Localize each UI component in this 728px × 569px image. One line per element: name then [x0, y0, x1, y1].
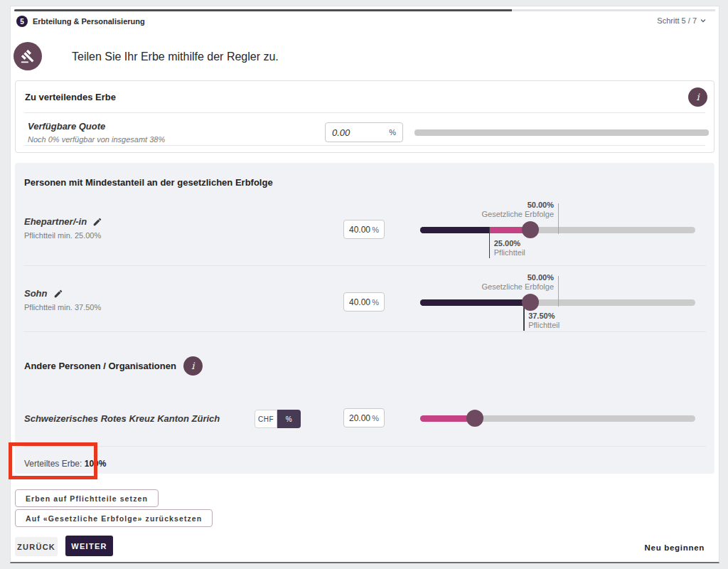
beneficiary-share-value: 20.00 [349, 413, 370, 423]
heir-share-slider: 50.00% Gesetzliche Erbfolge 37.50% Pflic… [420, 299, 695, 306]
step-number-badge: 5 [16, 16, 28, 27]
slider-fill-mandatory [420, 227, 489, 233]
slider-fill-mandatory [420, 299, 523, 306]
edit-pencil-icon[interactable] [92, 217, 102, 227]
heir-name-sohn: Sohn [24, 288, 63, 299]
wizard-card: 5 Erbteilung & Personalisierung Schritt … [10, 6, 719, 563]
slider-track[interactable] [420, 415, 695, 422]
mandatory-share-marker: 25.00% Pflichtteil [489, 227, 491, 258]
quota-input-value: 0.00 [332, 127, 350, 138]
mandatory-marker-caption: Pflichtteil [494, 248, 525, 257]
heir-name-label: Ehepartner/-in [24, 216, 87, 227]
heir-share-value: 40.00 [349, 225, 370, 235]
page-title: Teilen Sie Ihr Erbe mithilfe der Regler … [72, 50, 279, 63]
wizard-progress-fill [14, 9, 512, 11]
beneficiary-name-label: Schweizerisches Rotes Kreuz Kanton Züric… [24, 413, 220, 424]
wizard-progress-bar [14, 9, 715, 11]
divider [23, 446, 706, 447]
set-mandatory-shares-button[interactable]: Erben auf Pflichtteile setzen [15, 489, 159, 507]
beneficiary-share-slider [420, 415, 695, 422]
quota-card-title: Zu verteilendes Erbe [25, 92, 116, 102]
step-indicator-label: Schritt 5 / 7 [657, 16, 697, 25]
gavel-icon [21, 49, 35, 63]
quota-progress-bar [414, 129, 709, 136]
heir-share-suffix: % [372, 298, 379, 307]
next-button[interactable]: WEITER [65, 536, 113, 556]
others-section-title: Andere Personen / Organisationen [24, 361, 176, 371]
quota-card: Zu verteilendes Erbe i Verfügbare Quote … [15, 80, 714, 153]
beneficiary-share-input[interactable]: 20.00 % [343, 408, 385, 427]
gavel-avatar [14, 42, 42, 70]
quota-input[interactable]: 0.00 % [325, 122, 403, 142]
heir-mandatory-sublabel: Pflichtteil min. 25.00% [24, 231, 101, 240]
slider-handle[interactable] [466, 410, 483, 427]
info-icon[interactable]: i [688, 87, 707, 107]
reset-legal-succession-button[interactable]: Auf «Gesetzliche Erbfolge» zurücksetzen [15, 509, 213, 527]
beneficiary-share-suffix: % [372, 414, 379, 422]
heir-mandatory-sublabel: Pflichtteil min. 37.50% [24, 303, 101, 312]
legal-marker-caption: Gesetzliche Erbfolge [482, 282, 555, 292]
mandatory-marker-value: 37.50% [528, 312, 560, 321]
heir-name-ehepartner: Ehepartner/-in [24, 216, 102, 227]
back-button[interactable]: ZURÜCK [15, 537, 58, 556]
mandatory-marker-value: 25.00% [494, 239, 525, 248]
heir-share-slider: 50.00% Gesetzliche Erbfolge 25.00% Pflic… [420, 227, 695, 233]
divider [23, 331, 706, 332]
heirs-section: Personen mit Mindestanteil an der gesetz… [15, 163, 714, 474]
step-title: Erbteilung & Personalisierung [33, 17, 145, 26]
heir-share-input[interactable]: 40.00 % [343, 220, 385, 239]
toggle-percent-button[interactable]: % [277, 410, 301, 428]
quota-input-suffix: % [389, 128, 396, 137]
heir-share-input[interactable]: 40.00 % [343, 292, 385, 312]
slider-handle[interactable] [522, 221, 539, 238]
divider [24, 145, 705, 146]
unit-toggle: CHF % [255, 410, 301, 428]
heir-share-value: 40.00 [349, 297, 370, 307]
legal-succession-marker: 50.00% Gesetzliche Erbfolge [558, 276, 560, 307]
divider [24, 112, 705, 113]
heir-share-suffix: % [372, 225, 379, 234]
restart-link[interactable]: Neu beginnen [645, 543, 705, 552]
info-icon[interactable]: i [183, 356, 203, 376]
quota-row-sublabel: Noch 0% verfügbar von insgesamt 38% [28, 135, 165, 144]
legal-marker-value: 50.00% [482, 273, 555, 282]
toggle-chf-button[interactable]: CHF [255, 410, 277, 428]
legal-marker-caption: Gesetzliche Erbfolge [482, 210, 555, 219]
legal-marker-value: 50.00% [482, 201, 555, 210]
slider-handle[interactable] [522, 294, 539, 311]
legal-succession-marker: 50.00% Gesetzliche Erbfolge [558, 203, 560, 234]
quota-row-label: Verfügbare Quote [28, 121, 105, 132]
step-indicator-dropdown[interactable]: Schritt 5 / 7 [657, 16, 707, 25]
mandatory-marker-caption: Pflichtteil [528, 321, 560, 330]
divider [23, 265, 706, 266]
red-annotation-box [9, 442, 97, 479]
heir-name-label: Sohn [24, 288, 48, 299]
beneficiary-name: Schweizerisches Rotes Kreuz Kanton Züric… [24, 413, 220, 424]
edit-pencil-icon[interactable] [53, 289, 63, 299]
chevron-down-icon [699, 16, 707, 25]
mandatory-section-title: Personen mit Mindestanteil an der gesetz… [24, 177, 273, 188]
